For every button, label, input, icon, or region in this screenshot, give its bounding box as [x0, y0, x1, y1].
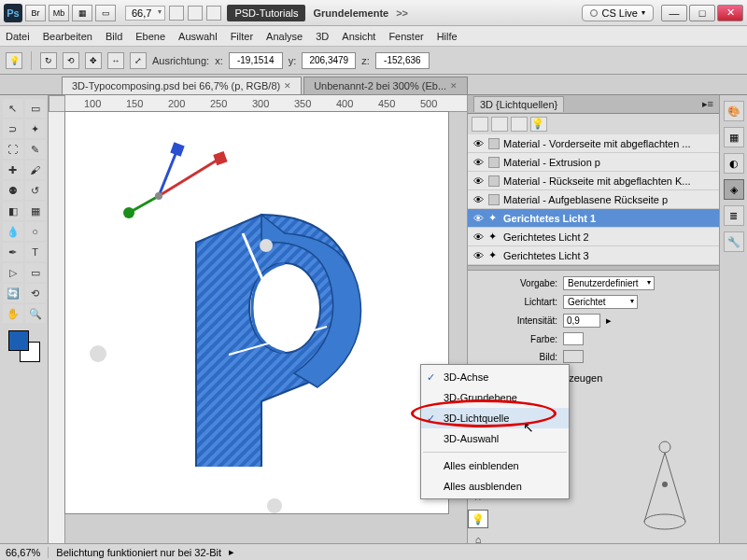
ruler-horizontal[interactable]: 100150200250300350400450500 — [65, 95, 467, 112]
bridge-button[interactable]: Br — [25, 5, 46, 21]
roll-tool-icon[interactable]: ⟲ — [63, 52, 79, 69]
panel-3d-tab[interactable]: 3D {Lichtquellen}▸≡ — [468, 95, 719, 114]
wand-tool[interactable]: ✦ — [25, 119, 46, 138]
eraser-tool[interactable]: ◧ — [3, 202, 23, 220]
visibility-icon[interactable]: 👁 — [472, 231, 485, 243]
minimize-button[interactable]: — — [661, 5, 687, 21]
handle-icon[interactable] — [90, 345, 106, 362]
workspace-more[interactable]: >> — [396, 7, 408, 19]
filter-scene-icon[interactable] — [472, 117, 488, 132]
intensitat-input[interactable] — [563, 314, 600, 328]
list-item[interactable]: 👁✦Gerichtetes Licht 2 — [468, 228, 719, 246]
lichtart-dropdown[interactable]: Gerichtet — [563, 295, 638, 309]
filter-material-icon[interactable] — [511, 117, 528, 132]
menu-bearbeiten[interactable]: Bearbeiten — [43, 31, 92, 42]
visibility-icon[interactable]: 👁 — [472, 213, 485, 224]
menu-ansicht[interactable]: Ansicht — [342, 31, 375, 42]
menu-3d-lichtquelle[interactable]: ✓3D-Lichtquelle — [421, 408, 569, 428]
z-input[interactable] — [375, 52, 430, 69]
menu-3d-auswahl[interactable]: 3D-Auswahl — [421, 428, 569, 449]
close-icon[interactable]: ✕ — [284, 81, 291, 91]
list-item[interactable]: 👁Material - Extrusion p — [468, 153, 719, 172]
eyedropper-tool[interactable]: ✎ — [25, 140, 46, 159]
heal-tool[interactable]: ✚ — [3, 161, 23, 179]
ruler-origin[interactable] — [49, 95, 65, 112]
zoom-dropdown[interactable]: 66,7 — [125, 6, 165, 21]
shape-tool[interactable]: ▭ — [25, 263, 46, 282]
handle-icon[interactable] — [267, 498, 282, 513]
foreground-color[interactable] — [8, 330, 29, 351]
minibridge-button[interactable]: Mb — [49, 5, 69, 21]
list-item[interactable]: 👁Material - Rückseite mit abgeflachten K… — [468, 172, 719, 190]
maximize-button[interactable]: □ — [689, 5, 715, 21]
list-item[interactable]: 👁Material - Aufgeblasene Rückseite p — [468, 190, 719, 209]
menu-alles-ausblenden[interactable]: Alles ausblenden — [421, 476, 569, 497]
list-item[interactable]: 👁✦Gerichtetes Licht 1 — [468, 209, 719, 228]
light-point-icon[interactable]: 💡 — [468, 510, 488, 528]
screenmode-button[interactable]: ▭ — [95, 5, 116, 21]
zoom-status[interactable]: 66,67% — [6, 547, 49, 558]
menu-analyse[interactable]: Analyse — [266, 31, 303, 42]
view-extras-2[interactable] — [188, 6, 203, 21]
arrange-button[interactable]: ▦ — [72, 5, 92, 21]
stamp-tool[interactable]: ⚉ — [3, 181, 23, 200]
ruler-vertical[interactable] — [49, 112, 65, 543]
tab-1[interactable]: 3D-Typocomposing.psd bei 66,7% (p, RGB/8… — [62, 77, 302, 94]
close-button[interactable]: ✕ — [717, 5, 743, 21]
cslive-button[interactable]: CS Live▾ — [582, 5, 654, 21]
rotate-tool-icon[interactable]: ↻ — [40, 52, 57, 69]
close-icon[interactable]: ✕ — [450, 81, 458, 91]
type-tool[interactable]: T — [25, 243, 46, 261]
lasso-tool[interactable]: ⊃ — [3, 119, 23, 138]
visibility-icon[interactable]: 👁 — [472, 194, 485, 205]
status-arrow-icon[interactable]: ▸ — [229, 546, 234, 558]
menu-auswahl[interactable]: Auswahl — [178, 31, 218, 42]
filter-mesh-icon[interactable] — [491, 117, 508, 132]
view-extras-3[interactable] — [206, 6, 221, 21]
brush-tool[interactable]: 🖌 — [25, 161, 46, 179]
list-item[interactable]: 👁✦Gerichtetes Licht 3 — [468, 246, 719, 265]
hand-tool[interactable]: ✋ — [3, 304, 23, 323]
workspace-tag[interactable]: PSD-Tutorials — [227, 5, 305, 21]
visibility-icon[interactable]: 👁 — [472, 250, 485, 261]
tool-preset-icon[interactable]: 💡 — [6, 52, 22, 69]
filter-light-icon[interactable]: 💡 — [530, 117, 547, 132]
pan-tool-icon[interactable]: ✥ — [85, 52, 102, 69]
zoom-tool[interactable]: 🔍 — [25, 304, 46, 323]
x-input[interactable] — [229, 52, 283, 69]
list-item[interactable]: 👁Material - Vorderseite mit abgeflachten… — [468, 134, 719, 153]
menu-alles-einblenden[interactable]: Alles einblenden — [421, 455, 569, 476]
menu-bild[interactable]: Bild — [106, 31, 122, 42]
3d-orbit-tool[interactable]: ⟲ — [25, 284, 46, 302]
menu-hilfe[interactable]: Hilfe — [437, 31, 458, 42]
history-brush-tool[interactable]: ↺ — [25, 181, 46, 200]
layers-panel-icon[interactable]: ≣ — [724, 205, 744, 226]
dodge-tool[interactable]: ○ — [25, 222, 46, 241]
scale-tool-icon[interactable]: ⤢ — [130, 52, 147, 69]
gradient-tool[interactable]: ▦ — [25, 202, 46, 220]
move-tool[interactable]: ↖ — [3, 99, 23, 118]
adjustments-panel-icon[interactable]: ◐ — [724, 153, 744, 174]
swatches-panel-icon[interactable]: ▦ — [724, 127, 744, 147]
color-panel-icon[interactable]: 🎨 — [724, 101, 744, 121]
menu-ebene[interactable]: Ebene — [135, 31, 165, 42]
crop-tool[interactable]: ⛶ — [3, 140, 23, 159]
workspace-name[interactable]: Grundelemente — [313, 7, 388, 19]
bild-swatch[interactable] — [563, 350, 584, 363]
farbe-swatch[interactable] — [563, 332, 584, 345]
marquee-tool[interactable]: ▭ — [25, 99, 46, 118]
3d-rotate-tool[interactable]: 🔄 — [3, 284, 23, 302]
tab-2[interactable]: Unbenannt-2 bei 300% (Eb...✕ — [303, 77, 468, 94]
view-extras-1[interactable] — [169, 6, 184, 21]
vorgabe-dropdown[interactable]: Benutzerdefiniert — [563, 276, 655, 290]
blur-tool[interactable]: 💧 — [3, 222, 23, 241]
3d-panel-icon[interactable]: ◈ — [724, 179, 744, 200]
tools-panel-icon[interactable]: 🔧 — [724, 231, 744, 252]
menu-datei[interactable]: Datei — [6, 31, 30, 42]
visibility-icon[interactable]: 👁 — [472, 157, 485, 168]
handle-icon[interactable] — [260, 239, 273, 252]
pen-tool[interactable]: ✒ — [3, 243, 23, 261]
menu-3d-grundebene[interactable]: 3D-Grundebene — [421, 387, 569, 408]
menu-filter[interactable]: Filter — [231, 31, 253, 42]
path-select-tool[interactable]: ▷ — [3, 263, 23, 282]
